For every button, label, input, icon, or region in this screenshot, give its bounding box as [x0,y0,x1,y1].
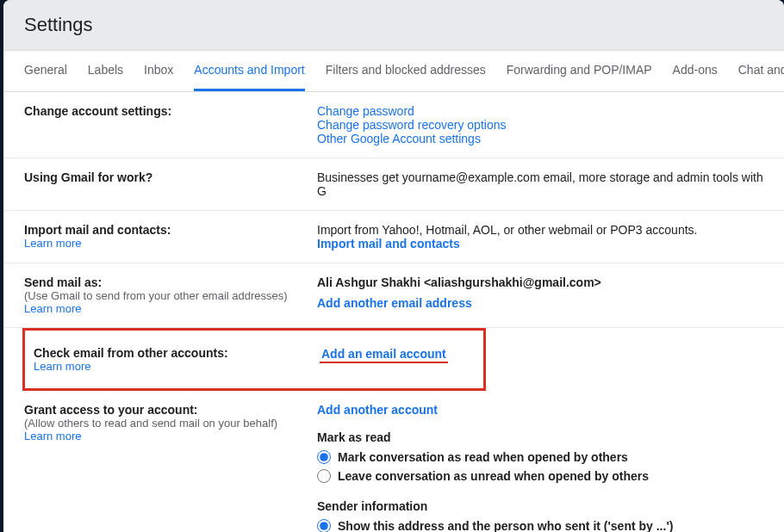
import-mail-body: Import from Yahoo!, Hotmail, AOL, or oth… [317,223,763,237]
sender-info-heading: Sender information [317,499,763,513]
send-mail-as-learn-more[interactable]: Learn more [24,302,317,315]
link-other-google[interactable]: Other Google Account settings [317,132,763,145]
tab-accounts-import[interactable]: Accounts and Import [194,51,304,91]
tab-labels[interactable]: Labels [88,51,123,91]
send-mail-as-title: Send mail as: [24,275,317,289]
send-mail-as-identity: Ali Ashgur Shakhi <aliashgurshakhi@gmail… [317,275,763,289]
gmail-work-title: Using Gmail for work? [24,170,317,184]
sender-info-radio-group: Show this address and the person who sen… [317,517,763,532]
import-mail-learn-more[interactable]: Learn more [24,237,317,250]
tab-forwarding[interactable]: Forwarding and POP/IMAP [507,51,652,91]
radio-mark-read-label: Mark conversation as read when opened by… [338,450,628,464]
tab-general[interactable]: General [24,51,67,91]
tab-addons[interactable]: Add-ons [673,51,718,91]
grant-access-action[interactable]: Add another account [317,403,763,417]
section-gmail-work: Using Gmail for work? Businesses get you… [3,158,784,211]
tabs: General Labels Inbox Accounts and Import… [3,51,784,92]
radio-leave-unread[interactable] [317,469,331,483]
section-check-email: Check email from other accounts: Learn m… [22,328,483,391]
titlebar: Settings [3,0,784,51]
section-send-mail-as: Send mail as: (Use Gmail to send from yo… [3,263,784,328]
page-title: Settings [24,14,763,36]
check-email-action[interactable]: Add an email account [320,347,448,363]
tab-chat[interactable]: Chat and M [738,51,784,91]
link-change-recovery[interactable]: Change password recovery options [317,118,763,132]
send-mail-as-subtitle: (Use Gmail to send from your other email… [24,289,317,302]
import-mail-title: Import mail and contacts: [24,223,317,237]
mark-read-heading: Mark as read [317,430,763,444]
tab-filters[interactable]: Filters and blocked addresses [326,51,486,91]
tab-inbox[interactable]: Inbox [144,51,173,91]
section-import-mail: Import mail and contacts: Learn more Imp… [3,211,784,263]
grant-access-subtitle: (Allow others to read and send mail on y… [24,417,317,430]
radio-show-sent-by[interactable] [317,519,331,532]
gmail-work-body: Businesses get yourname@example.com emai… [317,170,763,198]
settings-window: Settings General Labels Inbox Accounts a… [3,0,784,532]
send-mail-as-action[interactable]: Add another email address [317,296,763,310]
settings-content: Change account settings: Change password… [3,92,784,532]
section-change-account: Change account settings: Change password… [3,92,784,158]
radio-leave-unread-label: Leave conversation as unread when opened… [338,469,649,483]
radio-mark-read[interactable] [317,450,331,464]
check-email-title: Check email from other accounts: [34,346,320,360]
check-email-learn-more[interactable]: Learn more [34,360,320,373]
change-account-title: Change account settings: [24,104,317,118]
section-grant-access: Grant access to your account: (Allow oth… [3,391,784,532]
radio-show-sent-by-label: Show this address and the person who sen… [338,519,673,532]
mark-read-radio-group: Mark conversation as read when opened by… [317,448,763,486]
import-mail-action[interactable]: Import mail and contacts [317,237,763,251]
grant-access-learn-more[interactable]: Learn more [24,430,317,442]
grant-access-title: Grant access to your account: [24,403,317,417]
link-change-password[interactable]: Change password [317,104,763,118]
